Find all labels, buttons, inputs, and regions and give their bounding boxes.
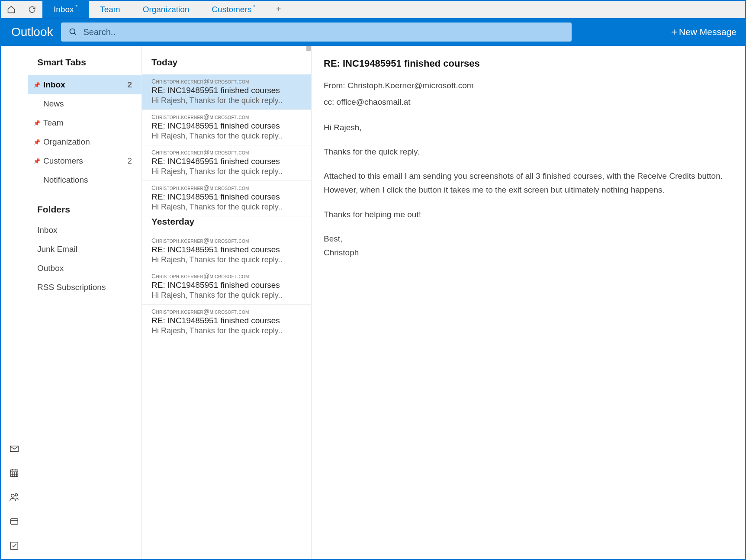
- scroll-thumb[interactable]: [306, 46, 311, 51]
- pin-icon: 📌: [33, 139, 41, 145]
- folder-rss[interactable]: RSS Subscriptions: [28, 278, 141, 297]
- plus-icon: +: [671, 27, 677, 37]
- svg-point-11: [11, 494, 14, 497]
- message-subject: RE: INC19485951 finished courses: [151, 316, 302, 325]
- mail-icon[interactable]: [10, 444, 19, 454]
- header-bar: Outlook + New Message: [1, 18, 745, 46]
- sidebar-item-notifications[interactable]: 📌 Notifications: [28, 171, 141, 190]
- sidebar-item-count: 2: [127, 80, 132, 90]
- tasks-icon[interactable]: [10, 541, 19, 550]
- svg-rect-13: [11, 519, 18, 525]
- folder-outbox[interactable]: Outbox: [28, 259, 141, 278]
- sidebar: Smart Tabs 📌 Inbox 2 📌 News 📌 Team 📌 Org…: [28, 46, 142, 559]
- message-group-header: Today: [142, 57, 311, 74]
- sidebar-item-count: 2: [127, 156, 132, 166]
- refresh-icon[interactable]: [22, 1, 42, 18]
- reading-subject: RE: INC19485951 finished courses: [324, 58, 733, 69]
- message-from: Christoph.Koerner@microsoft.com: [151, 149, 302, 156]
- people-icon[interactable]: [10, 492, 19, 502]
- sidebar-item-team[interactable]: 📌 Team: [28, 113, 141, 132]
- sidebar-item-label: Organization: [43, 137, 132, 147]
- tab-team[interactable]: Team: [89, 1, 131, 18]
- message-item[interactable]: Christoph.Koerner@microsoft.comRE: INC19…: [142, 145, 311, 181]
- message-preview: Hi Rajesh, Thanks for the quick reply..: [151, 167, 302, 176]
- folder-label: Junk Email: [37, 245, 77, 254]
- message-from: Christoph.Koerner@microsoft.com: [151, 273, 302, 280]
- svg-line-1: [74, 33, 76, 35]
- message-list[interactable]: TodayChristoph.Koerner@microsoft.comRE: …: [142, 46, 312, 559]
- message-preview: Hi Rajesh, Thanks for the quick reply..: [151, 255, 302, 264]
- sidebar-item-label: Team: [43, 118, 132, 128]
- folder-label: RSS Subscriptions: [37, 283, 106, 292]
- message-item[interactable]: Christoph.Koerner@microsoft.comRE: INC19…: [142, 234, 311, 269]
- message-preview: Hi Rajesh, Thanks for the quick reply..: [151, 291, 302, 300]
- search-icon: [69, 28, 77, 36]
- tab-customers[interactable]: Customers*: [200, 1, 267, 18]
- tab-organization[interactable]: Organization: [132, 1, 201, 18]
- svg-point-0: [70, 29, 75, 34]
- reading-body: Hi Rajesh, Thanks for the quick reply. A…: [324, 121, 733, 260]
- message-preview: Hi Rajesh, Thanks for the quick reply..: [151, 203, 302, 212]
- folder-inbox[interactable]: Inbox: [28, 221, 141, 240]
- sidebar-item-label: Customers: [43, 156, 127, 166]
- search-box[interactable]: [61, 23, 572, 42]
- message-preview: Hi Rajesh, Thanks for the quick reply..: [151, 96, 302, 105]
- message-item[interactable]: Christoph.Koerner@microsoft.comRE: INC19…: [142, 269, 311, 305]
- message-from: Christoph.Koerner@microsoft.com: [151, 78, 302, 85]
- folder-label: Outbox: [37, 264, 64, 273]
- calendar-icon[interactable]: [10, 468, 19, 478]
- reading-from: From: Christoph.Koerner@microsoft.com: [324, 79, 733, 93]
- dirty-indicator: *: [75, 4, 77, 10]
- icon-rail: [1, 46, 28, 559]
- new-message-button[interactable]: + New Message: [671, 27, 736, 37]
- sidebar-item-news[interactable]: 📌 News: [28, 94, 141, 113]
- message-from: Christoph.Koerner@microsoft.com: [151, 113, 302, 120]
- pin-icon: 📌: [33, 158, 41, 164]
- message-subject: RE: INC19485951 finished courses: [151, 192, 302, 202]
- tab-label: Team: [100, 5, 120, 14]
- svg-point-12: [15, 494, 18, 496]
- dirty-indicator: *: [253, 4, 255, 10]
- message-preview: Hi Rajesh, Thanks for the quick reply..: [151, 326, 302, 335]
- message-subject: RE: INC19485951 finished courses: [151, 121, 302, 131]
- pin-icon: 📌: [33, 120, 41, 126]
- message-subject: RE: INC19485951 finished courses: [151, 245, 302, 254]
- message-item[interactable]: Christoph.Koerner@microsoft.comRE: INC19…: [142, 74, 311, 110]
- new-message-label: New Message: [679, 27, 736, 37]
- app-title: Outlook: [11, 25, 53, 39]
- tab-label: Organization: [143, 5, 190, 14]
- pin-icon: 📌: [33, 82, 41, 88]
- window-icon[interactable]: [10, 517, 19, 526]
- reading-pane: RE: INC19485951 finished courses From: C…: [312, 46, 745, 559]
- smart-tabs-header: Smart Tabs: [28, 57, 141, 75]
- add-tab-button[interactable]: +: [267, 1, 291, 18]
- reading-cc: cc: office@chaosmail.at: [324, 95, 733, 109]
- sidebar-item-label: Notifications: [43, 175, 132, 185]
- message-from: Christoph.Koerner@microsoft.com: [151, 237, 302, 244]
- message-item[interactable]: Christoph.Koerner@microsoft.comRE: INC19…: [142, 181, 311, 216]
- tab-label: Inbox: [54, 5, 74, 14]
- message-subject: RE: INC19485951 finished courses: [151, 280, 302, 290]
- sidebar-item-inbox[interactable]: 📌 Inbox 2: [28, 75, 141, 94]
- sidebar-item-label: Inbox: [43, 80, 127, 90]
- tab-label: Customers: [212, 5, 251, 14]
- home-icon[interactable]: [1, 1, 22, 18]
- folders-header: Folders: [28, 190, 141, 221]
- message-from: Christoph.Koerner@microsoft.com: [151, 184, 302, 191]
- main-area: Smart Tabs 📌 Inbox 2 📌 News 📌 Team 📌 Org…: [1, 46, 745, 559]
- sidebar-item-customers[interactable]: 📌 Customers 2: [28, 151, 141, 171]
- search-input[interactable]: [84, 27, 564, 37]
- sidebar-item-label: News: [43, 99, 132, 109]
- svg-rect-2: [10, 446, 18, 452]
- folder-label: Inbox: [37, 225, 57, 235]
- message-subject: RE: INC19485951 finished courses: [151, 86, 302, 95]
- tab-inbox[interactable]: Inbox*: [42, 1, 89, 18]
- sidebar-item-organization[interactable]: 📌 Organization: [28, 132, 141, 151]
- message-item[interactable]: Christoph.Koerner@microsoft.comRE: INC19…: [142, 110, 311, 145]
- message-group-header: Yesterday: [142, 216, 311, 234]
- message-item[interactable]: Christoph.Koerner@microsoft.comRE: INC19…: [142, 305, 311, 340]
- message-preview: Hi Rajesh, Thanks for the quick reply..: [151, 132, 302, 141]
- folder-junk[interactable]: Junk Email: [28, 240, 141, 259]
- tab-bar: Inbox* Team Organization Customers* +: [1, 1, 745, 18]
- message-from: Christoph.Koerner@microsoft.com: [151, 308, 302, 315]
